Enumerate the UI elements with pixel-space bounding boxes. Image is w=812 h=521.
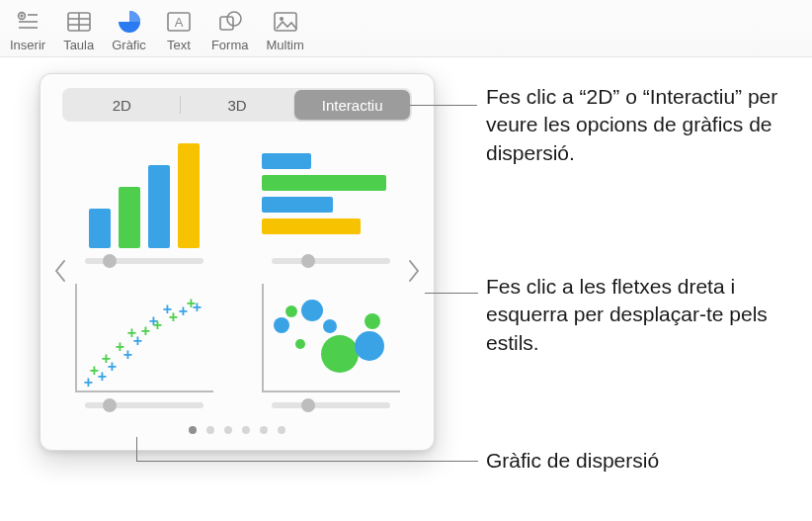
hbar-preview	[262, 139, 400, 248]
toolbar-label: Gràfic	[112, 38, 146, 52]
table-icon	[64, 8, 94, 36]
toolbar-text[interactable]: A Text	[164, 8, 194, 52]
page-dot[interactable]	[224, 426, 232, 434]
callout-line	[136, 437, 137, 461]
callout-segments: Fes clic a “2D” o “Interactiu” per veure…	[486, 83, 812, 167]
segment-2d[interactable]: 2D	[64, 90, 180, 120]
toolbar-label: Inserir	[10, 38, 45, 52]
chart-option-bubble[interactable]	[257, 284, 404, 408]
svg-point-13	[227, 12, 241, 26]
chart-grid-wrap: + + + + + + + + + + + + + + +	[54, 139, 420, 408]
toolbar-media[interactable]: Multim	[266, 8, 303, 52]
svg-point-15	[280, 17, 284, 21]
scatter-preview: + + + + + + + + + + + + + + +	[75, 284, 213, 392]
chevron-right-icon	[407, 259, 421, 283]
svg-text:A: A	[175, 15, 184, 30]
toolbar-table[interactable]: Taula	[63, 8, 94, 52]
next-style-arrow[interactable]	[402, 259, 426, 289]
toolbar-shape[interactable]: Forma	[211, 8, 249, 52]
callout-scatter: Gràfic de dispersió	[486, 447, 659, 475]
toolbar-chart[interactable]: Gràfic	[112, 8, 146, 52]
style-slider[interactable]	[85, 258, 203, 264]
toolbar-label: Taula	[63, 38, 94, 52]
media-icon	[271, 8, 300, 36]
segment-interactive[interactable]: Interactiu	[294, 90, 410, 120]
page-dot[interactable]	[189, 426, 197, 434]
vbar-preview	[75, 139, 213, 248]
plus-list-icon	[13, 8, 42, 36]
shapes-icon	[215, 8, 245, 36]
segment-3d[interactable]: 3D	[180, 90, 295, 120]
page-dot[interactable]	[278, 426, 285, 434]
page-dot[interactable]	[260, 426, 268, 434]
segment-control: 2D 3D Interactiu	[62, 88, 412, 122]
style-slider[interactable]	[272, 402, 390, 408]
page-dot[interactable]	[242, 426, 250, 434]
pie-chart-icon	[115, 8, 144, 36]
callout-line	[425, 293, 478, 294]
toolbar: Inserir Taula Gràfic A Text Forma Multim	[0, 0, 812, 57]
toolbar-label: Forma	[211, 38, 249, 52]
text-box-icon: A	[164, 8, 194, 36]
chevron-left-icon	[53, 259, 67, 283]
chart-picker-popover: 2D 3D Interactiu	[40, 73, 435, 451]
callout-line	[136, 461, 478, 462]
toolbar-label: Multim	[266, 38, 303, 52]
prev-style-arrow[interactable]	[48, 259, 72, 289]
style-slider[interactable]	[272, 258, 390, 264]
chart-option-hbar[interactable]	[257, 139, 404, 264]
toolbar-label: Text	[167, 38, 191, 52]
callout-arrows: Fes clic a les fletxes dreta i esquerra …	[486, 273, 812, 357]
page-dots[interactable]	[54, 426, 420, 434]
chart-option-scatter[interactable]: + + + + + + + + + + + + + + +	[70, 284, 217, 408]
bubble-preview	[262, 284, 400, 392]
callout-line	[410, 105, 477, 106]
page-dot[interactable]	[206, 426, 214, 434]
chart-grid: + + + + + + + + + + + + + + +	[70, 139, 404, 408]
chart-option-vbar[interactable]	[70, 139, 217, 264]
style-slider[interactable]	[85, 402, 203, 408]
toolbar-insert[interactable]: Inserir	[10, 8, 45, 52]
